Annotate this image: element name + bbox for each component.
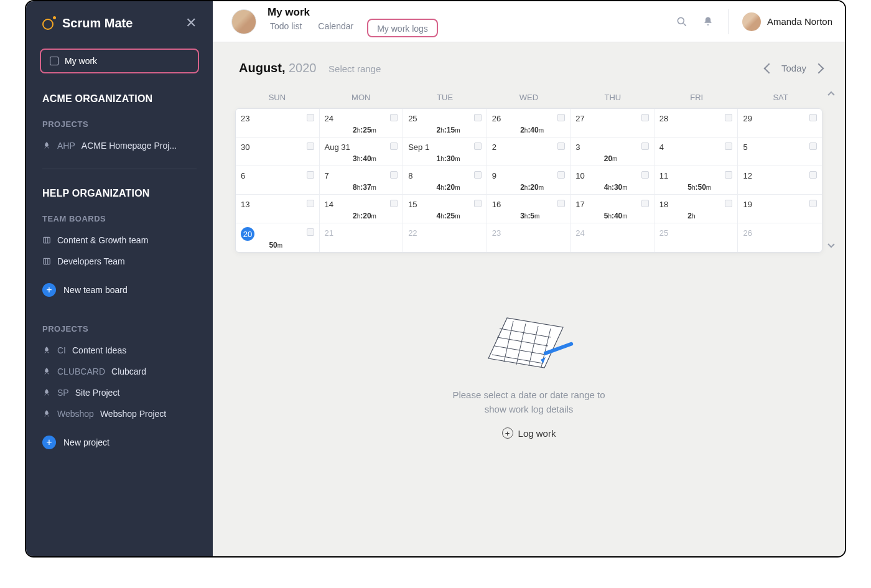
dow-label: SAT <box>738 86 822 108</box>
calendar-cell[interactable]: 8 4h:20m <box>403 166 487 195</box>
calendar-cell[interactable]: 25 <box>654 223 738 252</box>
day-checkbox[interactable] <box>307 114 314 121</box>
select-range-button[interactable]: Select range <box>328 63 381 74</box>
tab-my work logs[interactable]: My work logs <box>367 19 438 37</box>
calendar-cell[interactable]: 9 2h:20m <box>487 166 571 195</box>
day-checkbox[interactable] <box>641 171 649 179</box>
day-checkbox[interactable] <box>307 171 314 179</box>
calendar-cell[interactable]: 23 <box>236 109 320 138</box>
calendar-cell[interactable]: 20 50m <box>236 223 320 252</box>
calendar-cell[interactable]: 24 <box>571 223 654 252</box>
calendar-cell[interactable]: 4 <box>654 138 738 166</box>
calendar-cell[interactable]: 23 <box>487 223 571 252</box>
day-checkbox[interactable] <box>557 142 565 150</box>
day-checkbox[interactable] <box>641 200 649 207</box>
day-checkbox[interactable] <box>641 114 649 121</box>
new-project-button[interactable]: + New project <box>37 429 202 455</box>
calendar-cell[interactable]: 14 2h:20m <box>320 195 404 223</box>
calendar-cell[interactable]: 7 8h:37m <box>320 166 404 195</box>
day-checkbox[interactable] <box>474 200 482 207</box>
day-number: 22 <box>408 228 417 238</box>
day-checkbox[interactable] <box>725 200 732 207</box>
project-item[interactable]: CIContent Ideas <box>37 340 202 361</box>
calendar-cell[interactable]: 12 <box>738 166 822 195</box>
project-item[interactable]: SPSite Project <box>37 382 202 403</box>
calendar-cell[interactable]: 27 <box>571 109 654 138</box>
day-checkbox[interactable] <box>809 114 817 121</box>
day-duration: 2h:20m <box>353 212 376 220</box>
team-board-item[interactable]: Content & Growth team <box>37 230 202 251</box>
scroll-down-button[interactable] <box>826 240 836 250</box>
calendar-cell[interactable]: 6 <box>236 166 320 195</box>
calendar-cell[interactable]: 24 2h:25m <box>320 109 404 138</box>
calendar-cell[interactable]: 26 <box>738 223 822 252</box>
log-work-button[interactable]: + Log work <box>502 427 556 439</box>
close-icon[interactable]: ✕ <box>185 15 197 31</box>
nav-my-work[interactable]: My work <box>40 49 199 73</box>
project-item[interactable]: CLUBCARDClubcard <box>37 361 202 382</box>
calendar-cell[interactable]: 25 2h:15m <box>403 109 487 138</box>
scroll-up-button[interactable] <box>826 89 836 99</box>
calendar-cell[interactable]: 2 <box>487 138 571 166</box>
calendar-cell[interactable]: 17 5h:40m <box>571 195 654 223</box>
project-item[interactable]: AHPACME Homepage Proj... <box>37 135 202 156</box>
day-checkbox[interactable] <box>809 142 817 150</box>
day-checkbox[interactable] <box>725 142 732 150</box>
calendar-cell[interactable]: Sep 1 1h:30m <box>403 138 487 166</box>
day-number: 23 <box>492 228 501 238</box>
day-duration: 20m <box>604 154 618 163</box>
day-checkbox[interactable] <box>557 114 565 121</box>
next-period-button[interactable] <box>814 63 824 73</box>
day-checkbox[interactable] <box>474 114 482 121</box>
plus-icon: + <box>42 283 56 297</box>
day-checkbox[interactable] <box>557 171 565 179</box>
user-menu[interactable]: Amanda Norton <box>728 9 832 34</box>
day-number: 6 <box>241 171 245 180</box>
day-checkbox[interactable] <box>641 142 649 150</box>
team-board-item[interactable]: Developers Team <box>37 251 202 272</box>
tab-calendar[interactable]: Calendar <box>315 20 356 37</box>
calendar-cell[interactable]: Aug 31 3h:40m <box>320 138 404 166</box>
calendar-cell[interactable]: 10 4h:30m <box>571 166 654 195</box>
day-checkbox[interactable] <box>725 171 732 179</box>
search-icon[interactable] <box>676 16 688 28</box>
day-checkbox[interactable] <box>390 114 398 121</box>
calendar-cell[interactable]: 29 <box>738 109 822 138</box>
prev-period-button[interactable] <box>763 63 774 73</box>
calendar-cell[interactable]: 13 <box>236 195 320 223</box>
calendar-cell[interactable]: 3 20m <box>571 138 654 166</box>
day-checkbox[interactable] <box>809 200 817 207</box>
workspace-avatar[interactable] <box>231 9 256 34</box>
calendar-cell[interactable]: 26 2h:40m <box>487 109 571 138</box>
calendar-cell[interactable]: 28 <box>654 109 738 138</box>
bell-icon[interactable] <box>702 16 714 28</box>
calendar-cell[interactable]: 5 <box>738 138 822 166</box>
today-button[interactable]: Today <box>781 63 806 73</box>
calendar-cell[interactable]: 18 2h <box>654 195 738 223</box>
day-duration: 4h:30m <box>604 183 628 192</box>
day-checkbox[interactable] <box>557 200 565 207</box>
day-checkbox[interactable] <box>390 171 398 179</box>
day-checkbox[interactable] <box>809 171 817 179</box>
day-checkbox[interactable] <box>307 228 314 236</box>
app-logo[interactable]: Scrum Mate <box>42 16 133 30</box>
day-checkbox[interactable] <box>474 171 482 179</box>
calendar-cell[interactable]: 16 3h:5m <box>487 195 571 223</box>
day-checkbox[interactable] <box>307 142 314 150</box>
day-checkbox[interactable] <box>390 200 398 207</box>
calendar-cell[interactable]: 21 <box>320 223 404 252</box>
calendar-cell[interactable]: 22 <box>403 223 487 252</box>
calendar-cell[interactable]: 30 <box>236 138 320 166</box>
day-checkbox[interactable] <box>307 200 314 207</box>
day-checkbox[interactable] <box>725 114 732 121</box>
calendar-cell[interactable]: 19 <box>738 195 822 223</box>
day-checkbox[interactable] <box>474 142 482 150</box>
day-number: 24 <box>325 114 333 123</box>
tab-todo list[interactable]: Todo list <box>268 20 304 37</box>
new-team-board-button[interactable]: + New team board <box>37 277 202 303</box>
calendar-cell[interactable]: 11 5h:50m <box>654 166 738 195</box>
day-number: 29 <box>743 114 752 123</box>
calendar-cell[interactable]: 15 4h:25m <box>403 195 487 223</box>
day-checkbox[interactable] <box>390 142 398 150</box>
project-item[interactable]: WebshopWebshop Project <box>37 403 202 424</box>
